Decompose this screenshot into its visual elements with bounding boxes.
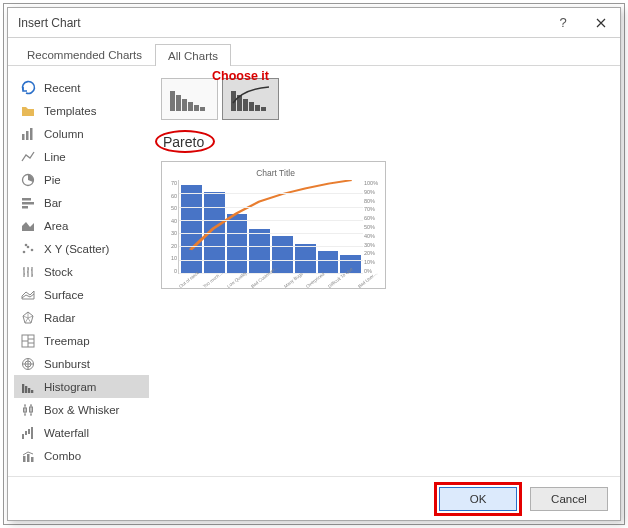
svg-rect-38: [261, 107, 266, 111]
subtype-histogram[interactable]: [161, 78, 218, 120]
svg-rect-25: [27, 454, 30, 462]
category-label: Overpriced: [305, 271, 325, 288]
subtype-pareto[interactable]: [222, 78, 279, 120]
ok-button[interactable]: OK: [439, 487, 517, 511]
stock-icon: [20, 264, 36, 280]
main-panel: Choose it Pareto Chart Title 70605040302…: [149, 76, 610, 474]
sidebar-item-bar[interactable]: Bar: [14, 191, 149, 214]
titlebar: Insert Chart ?: [8, 8, 620, 38]
annotation-ok-highlight: OK: [434, 482, 522, 516]
sidebar-item-label: Box & Whisker: [44, 404, 119, 416]
sidebar-item-histogram[interactable]: Histogram: [14, 375, 149, 398]
radar-icon: [20, 310, 36, 326]
bar: [295, 244, 316, 273]
svg-rect-36: [249, 102, 254, 111]
sidebar-item-scatter[interactable]: X Y (Scatter): [14, 237, 149, 260]
combo-icon: [20, 448, 36, 464]
sidebar-item-sunburst[interactable]: Sunburst: [14, 352, 149, 375]
line-icon: [20, 149, 36, 165]
sidebar-item-label: X Y (Scatter): [44, 243, 109, 255]
plot-area: [178, 180, 363, 274]
tab-bar: Recommended Charts All Charts: [8, 38, 620, 66]
sidebar-item-label: Line: [44, 151, 66, 163]
sidebar-item-label: Area: [44, 220, 68, 232]
sidebar-item-combo[interactable]: Combo: [14, 444, 149, 467]
sidebar-item-stock[interactable]: Stock: [14, 260, 149, 283]
svg-rect-14: [22, 384, 24, 393]
box-whisker-icon: [20, 402, 36, 418]
histogram-icon: [20, 379, 36, 395]
sidebar-item-column[interactable]: Column: [14, 122, 149, 145]
subtype-histogram-icon: [166, 83, 214, 115]
sidebar-item-label: Templates: [44, 105, 96, 117]
footer: OK Cancel: [8, 476, 620, 520]
svg-rect-16: [28, 388, 30, 393]
sidebar-item-waterfall[interactable]: Waterfall: [14, 421, 149, 444]
surface-icon: [20, 287, 36, 303]
templates-icon: [20, 103, 36, 119]
sidebar-item-label: Bar: [44, 197, 62, 209]
sidebar-item-recent[interactable]: Recent: [14, 76, 149, 99]
svg-rect-15: [25, 386, 27, 393]
sidebar-item-templates[interactable]: Templates: [14, 99, 149, 122]
treemap-icon: [20, 333, 36, 349]
svg-rect-32: [200, 107, 205, 111]
annotation-text: Choose it: [212, 69, 269, 83]
svg-rect-20: [22, 434, 24, 439]
bar: [249, 229, 270, 273]
dialog-title: Insert Chart: [18, 16, 544, 30]
bar: [318, 251, 339, 273]
waterfall-icon: [20, 425, 36, 441]
svg-rect-26: [31, 457, 34, 462]
sidebar-item-radar[interactable]: Radar: [14, 306, 149, 329]
area-icon: [20, 218, 36, 234]
svg-rect-0: [22, 134, 25, 140]
sidebar-item-label: Radar: [44, 312, 75, 324]
svg-rect-28: [176, 95, 181, 111]
sidebar-item-box-whisker[interactable]: Box & Whisker: [14, 398, 149, 421]
sidebar-item-line[interactable]: Line: [14, 145, 149, 168]
sidebar-item-treemap[interactable]: Treemap: [14, 329, 149, 352]
chart-title: Chart Title: [176, 168, 375, 178]
svg-rect-24: [23, 456, 26, 462]
sidebar-item-surface[interactable]: Surface: [14, 283, 149, 306]
chart-preview[interactable]: Chart Title 706050403020100 100%90%80%70…: [161, 161, 386, 289]
svg-rect-6: [22, 206, 28, 209]
svg-rect-22: [28, 429, 30, 434]
subtype-pareto-icon: [227, 83, 275, 115]
sidebar-item-label: Combo: [44, 450, 81, 462]
sidebar-item-label: Waterfall: [44, 427, 89, 439]
cancel-button[interactable]: Cancel: [530, 487, 608, 511]
sidebar-item-label: Recent: [44, 82, 80, 94]
help-button[interactable]: ?: [544, 8, 582, 37]
sidebar-item-label: Histogram: [44, 381, 96, 393]
bar-icon: [20, 195, 36, 211]
svg-rect-27: [170, 91, 175, 111]
axis-right: 100%90%80%70%60%50%40%30%20%10%0%: [364, 180, 382, 274]
svg-rect-17: [31, 390, 33, 393]
sunburst-icon: [20, 356, 36, 372]
svg-point-8: [27, 245, 30, 248]
sidebar-item-label: Stock: [44, 266, 73, 278]
close-button[interactable]: [582, 8, 620, 37]
sidebar-item-label: Surface: [44, 289, 84, 301]
close-icon: [596, 18, 606, 28]
tab-recommended[interactable]: Recommended Charts: [14, 43, 155, 65]
sidebar-item-label: Column: [44, 128, 84, 140]
pie-icon: [20, 172, 36, 188]
sidebar: Recent Templates Column Line Pie Bar: [14, 76, 149, 474]
subtype-row: [161, 78, 610, 120]
svg-rect-5: [22, 202, 34, 205]
tab-all-charts[interactable]: All Charts: [155, 44, 231, 66]
svg-rect-30: [188, 102, 193, 111]
sidebar-item-area[interactable]: Area: [14, 214, 149, 237]
svg-rect-37: [255, 105, 260, 111]
sidebar-item-label: Sunburst: [44, 358, 90, 370]
recent-icon: [20, 80, 36, 96]
svg-rect-23: [31, 427, 33, 439]
sidebar-item-pie[interactable]: Pie: [14, 168, 149, 191]
svg-point-7: [23, 250, 26, 253]
chart-subtitle: Pareto: [163, 134, 204, 150]
category-labels: Out of stockToo much…Low QualityBad Cust…: [178, 281, 363, 290]
svg-point-10: [25, 243, 28, 246]
